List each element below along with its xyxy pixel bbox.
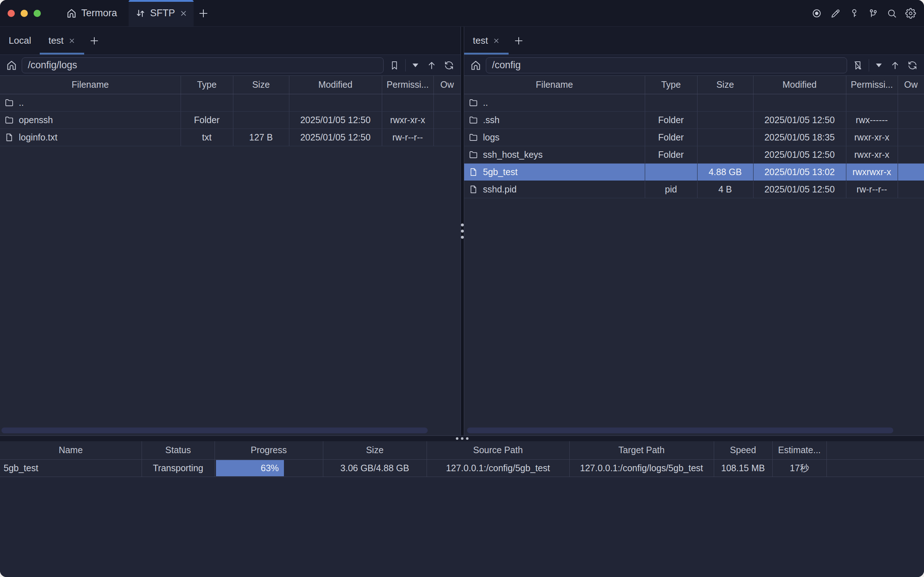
file-row[interactable]: loginfo.txttxt127 B2025/01/05 12:50rw-r-… (0, 129, 461, 146)
left-path-input[interactable] (22, 57, 384, 73)
column-header-estimate-[interactable]: Estimate... (772, 441, 826, 459)
close-window-button[interactable] (8, 10, 15, 17)
column-header-status[interactable]: Status (142, 441, 214, 459)
bookmark-off-button[interactable] (851, 58, 864, 73)
toolbar-separator (869, 59, 869, 71)
bookmark-menu-button[interactable] (410, 58, 421, 73)
column-header-size[interactable]: Size (233, 76, 289, 94)
edit-button[interactable] (829, 6, 842, 20)
column-header-name[interactable]: Name (0, 441, 142, 459)
go-up-button[interactable] (425, 58, 438, 73)
file-owner (898, 111, 924, 129)
file-type: Folder (645, 129, 697, 146)
home-icon[interactable] (6, 60, 17, 71)
file-name: .. (483, 97, 488, 108)
home-icon[interactable] (470, 60, 482, 71)
right-pane: test (464, 27, 924, 435)
file-type: Folder (181, 111, 233, 129)
refresh-icon (907, 60, 918, 71)
column-header-type[interactable]: Type (645, 76, 697, 94)
file-owner (434, 111, 461, 129)
close-icon[interactable] (493, 37, 500, 44)
plus-icon (514, 36, 524, 46)
new-tab-button[interactable] (194, 0, 213, 26)
right-path-input[interactable] (486, 57, 847, 73)
column-header-permissi-[interactable]: Permissi... (846, 76, 898, 94)
tab-sftp-label: SFTP (150, 8, 175, 19)
app-home-tab[interactable]: Termora (63, 0, 120, 26)
column-header-filename[interactable]: Filename (464, 76, 645, 94)
file-row[interactable]: ssh_host_keysFolder2025/01/05 12:50rwxr-… (464, 146, 924, 163)
column-header-size[interactable]: Size (323, 441, 427, 459)
go-up-button[interactable] (889, 58, 901, 73)
close-icon[interactable] (68, 37, 76, 44)
tab-sftp[interactable]: SFTP (129, 0, 194, 26)
file-row[interactable]: opensshFolder2025/01/05 12:50rwxr-xr-x (0, 111, 461, 129)
file-row[interactable]: sshd.pidpid4 B2025/01/05 12:50rw-r--r-- (464, 181, 924, 198)
file-name: .. (19, 97, 24, 108)
tab-test-right[interactable]: test (464, 27, 509, 55)
file-type: Folder (645, 146, 697, 163)
folder-icon (4, 115, 14, 125)
file-type (645, 163, 697, 181)
file-modified: 2025/01/05 18:35 (753, 129, 846, 146)
file-row[interactable]: logsFolder2025/01/05 18:35rwxr-xr-x (464, 129, 924, 146)
titlebar-drag-region (213, 0, 810, 26)
search-icon (887, 8, 897, 18)
left-file-table: FilenameTypeSizeModifiedPermissi...Ow ..… (0, 76, 461, 425)
minimize-window-button[interactable] (21, 10, 28, 17)
transfer-split-handle[interactable] (0, 435, 924, 441)
column-header-speed[interactable]: Speed (714, 441, 772, 459)
file-owner (898, 129, 924, 146)
settings-button[interactable] (904, 6, 918, 20)
column-header-target-path[interactable]: Target Path (569, 441, 714, 459)
tab-test-left[interactable]: test (40, 27, 84, 55)
refresh-button[interactable] (906, 58, 919, 73)
bookmark-button[interactable] (388, 58, 401, 73)
transfer-source-path: 127.0.0.1:/config/5gb_test (427, 459, 569, 477)
grip-dots-icon (461, 224, 464, 239)
left-hscrollbar-thumb[interactable] (2, 427, 428, 433)
branch-icon (868, 8, 878, 18)
column-header-filename[interactable]: Filename (0, 76, 181, 94)
column-header-type[interactable]: Type (181, 76, 233, 94)
key-button[interactable] (847, 6, 861, 20)
file-row[interactable]: .. (464, 94, 924, 111)
column-header-permissi-[interactable]: Permissi... (382, 76, 434, 94)
close-icon[interactable] (179, 10, 187, 17)
column-header-ow[interactable]: Ow (898, 76, 924, 94)
right-file-table: FilenameTypeSizeModifiedPermissi...Ow ..… (464, 76, 924, 425)
zoom-window-button[interactable] (34, 10, 41, 17)
column-header-progress[interactable]: Progress (214, 441, 323, 459)
transfer-arrows-icon (135, 8, 146, 19)
left-new-tab-button[interactable] (84, 27, 105, 55)
column-header-ow[interactable]: Ow (434, 76, 461, 94)
right-hscrollbar-thumb[interactable] (467, 427, 893, 433)
file-modified: 2025/01/05 12:50 (289, 129, 382, 146)
column-header-source-path[interactable]: Source Path (427, 441, 569, 459)
app-home-label: Termora (81, 8, 117, 19)
file-row[interactable]: .sshFolder2025/01/05 12:50rwx------ (464, 111, 924, 129)
branch-button[interactable] (866, 6, 880, 20)
file-modified: 2025/01/05 12:50 (753, 111, 846, 129)
column-header-modified[interactable]: Modified (289, 76, 382, 94)
file-row[interactable]: 5gb_test4.88 GB2025/01/05 13:02rwxrwxr-x (464, 163, 924, 181)
file-owner (898, 94, 924, 111)
pane-split-handle[interactable] (461, 27, 464, 435)
column-header-modified[interactable]: Modified (753, 76, 846, 94)
transfer-row[interactable]: 5gb_test Transporting 63% 3.06 GB/4.88 G… (0, 459, 924, 477)
bookmark-menu-button[interactable] (873, 58, 884, 73)
transfer-estimate: 17秒 (772, 459, 826, 477)
column-header-size[interactable]: Size (697, 76, 753, 94)
right-new-tab-button[interactable] (509, 27, 529, 55)
column-header-empty[interactable] (826, 441, 924, 459)
search-button[interactable] (885, 6, 899, 20)
refresh-button[interactable] (442, 58, 455, 73)
file-size (697, 146, 753, 163)
record-icon (812, 8, 822, 18)
tab-local[interactable]: Local (0, 27, 40, 55)
plus-icon (198, 8, 209, 19)
record-button[interactable] (810, 6, 824, 20)
right-pane-tabs: test (464, 27, 924, 55)
file-row[interactable]: .. (0, 94, 461, 111)
